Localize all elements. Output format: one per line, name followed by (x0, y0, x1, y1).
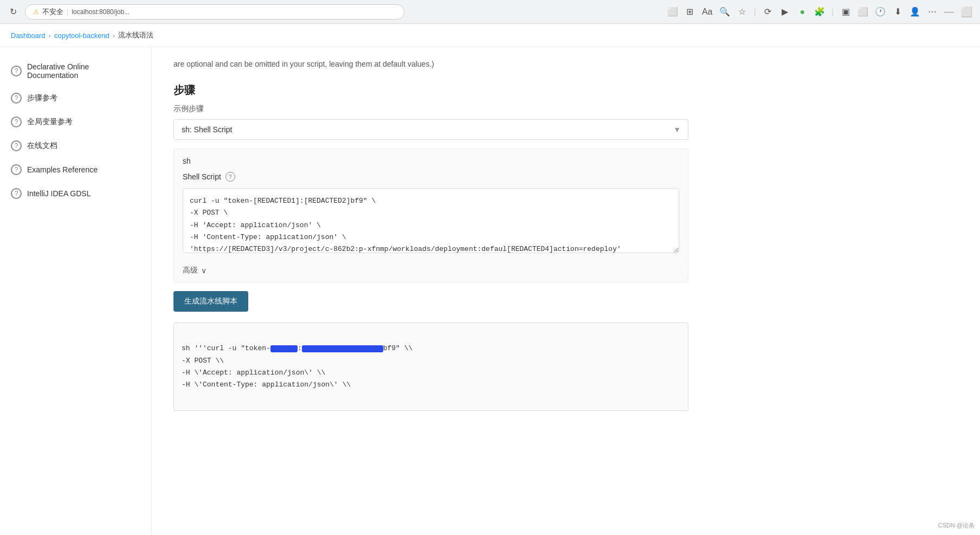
sidebar-item-global-var[interactable]: ? 全局变量参考 (0, 110, 151, 134)
sh-label: sh (174, 149, 688, 170)
refresh-button[interactable]: ↻ (5, 4, 21, 20)
sidebar-item-step-ref[interactable]: ? 步骤参考 (0, 86, 151, 110)
breadcrumb-current: 流水线语法 (118, 30, 153, 40)
advanced-label: 高级 (183, 266, 198, 275)
sidebar-item-intellij-gdsl[interactable]: ? IntelliJ IDEA GDSL (0, 182, 151, 205)
sidebar-label-intellij: IntelliJ IDEA GDSL (27, 189, 91, 198)
example-label: 示例步骤 (173, 104, 958, 114)
help-icon-global: ? (11, 117, 22, 127)
help-icon-examples: ? (11, 164, 22, 175)
browser-actions: ⬜ ⊞ Aa 🔍 ☆ | ⟳ ▶ ● 🧩 | ▣ ⬜ 🕐 ⬇ 👤 ⋯ — ⬜ (665, 4, 975, 20)
help-icon-online: ? (11, 140, 22, 151)
help-icon-declarative: ? (11, 66, 22, 76)
sidebar-item-declarative-docs[interactable]: ? Declarative Online Documentation (0, 56, 151, 86)
sidebar-label-step: 步骤参考 (27, 93, 57, 103)
step-type-dropdown[interactable]: sh: Shell Script bat: Windows Batch Scri… (173, 119, 688, 140)
sidebar-item-examples-ref[interactable]: ? Examples Reference (0, 158, 151, 182)
history-button[interactable]: 🕐 (873, 4, 888, 20)
security-warning-text: 不安全 (42, 7, 63, 17)
watermark: CSDN @论条 (938, 521, 975, 530)
cast-button[interactable]: ⬜ (665, 4, 680, 20)
star-button[interactable]: ☆ (734, 4, 750, 20)
step-type-dropdown-wrapper: sh: Shell Script bat: Windows Batch Scri… (173, 119, 688, 140)
grid-button[interactable]: ⊞ (682, 4, 698, 20)
sidebar-label-declarative: Declarative Online Documentation (27, 62, 140, 80)
advanced-toggle[interactable]: 高级 ∨ (174, 263, 688, 282)
profile-button[interactable]: 👤 (907, 4, 923, 20)
green-dot-button[interactable]: ● (795, 4, 810, 20)
split-button[interactable]: ⬜ (855, 4, 871, 20)
play-button[interactable]: ▶ (777, 4, 792, 20)
sidebar: ? Declarative Online Documentation ? 步骤参… (0, 47, 152, 535)
help-icon-step: ? (11, 93, 22, 104)
more-button[interactable]: ⋯ (925, 4, 940, 20)
browser-chrome: ↻ ⚠ 不安全 | localhost:8080/job... ⬜ ⊞ Aa 🔍… (0, 0, 980, 24)
breadcrumb-sep-2: › (113, 31, 115, 40)
shell-script-input[interactable]: curl -u "token-<span class="redacted" st… (183, 188, 679, 253)
help-icon-intellij: ? (11, 188, 22, 199)
url-text: localhost:8080/job... (72, 8, 130, 16)
shell-script-label: Shell Script (183, 172, 221, 181)
generate-pipeline-button[interactable]: 生成流水线脚本 (173, 291, 248, 312)
intro-text: are optional and can be omitted in your … (173, 47, 661, 70)
shell-script-help-icon[interactable]: ? (225, 172, 235, 182)
breadcrumb-sep-1: › (49, 31, 51, 40)
sidebar-label-examples: Examples Reference (27, 165, 98, 174)
extensions-button[interactable]: 🧩 (812, 4, 827, 20)
code-block-container: sh Shell Script ? curl -u "token-<span c… (173, 149, 688, 282)
address-bar[interactable]: ⚠ 不安全 | localhost:8080/job... (25, 4, 404, 20)
breadcrumb: Dashboard › copytool-backend › 流水线语法 (0, 24, 980, 47)
download-button[interactable]: ⬇ (890, 4, 905, 20)
main-layout: ? Declarative Online Documentation ? 步骤参… (0, 47, 980, 535)
main-content: are optional and can be omitted in your … (152, 47, 980, 535)
sidebar-button[interactable]: ▣ (838, 4, 853, 20)
security-warning-icon: ⚠ (33, 8, 39, 16)
sidebar-label-global: 全局变量参考 (27, 117, 73, 127)
sidebar-item-online-doc[interactable]: ? 在线文档 (0, 134, 151, 158)
reload-button[interactable]: ⟳ (760, 4, 775, 20)
breadcrumb-backend[interactable]: copytool-backend (54, 31, 109, 40)
text-size-button[interactable]: Aa (700, 4, 715, 20)
advanced-chevron-icon: ∨ (201, 266, 207, 275)
sidebar-label-online: 在线文档 (27, 141, 57, 151)
search-button[interactable]: 🔍 (717, 4, 732, 20)
browser-controls: ↻ (5, 4, 21, 20)
output-code-area: sh '''curl -u "token-:bf9" \\ -X POST \\… (173, 323, 688, 411)
breadcrumb-dashboard[interactable]: Dashboard (11, 31, 46, 40)
steps-section-title: 步骤 (173, 83, 958, 98)
